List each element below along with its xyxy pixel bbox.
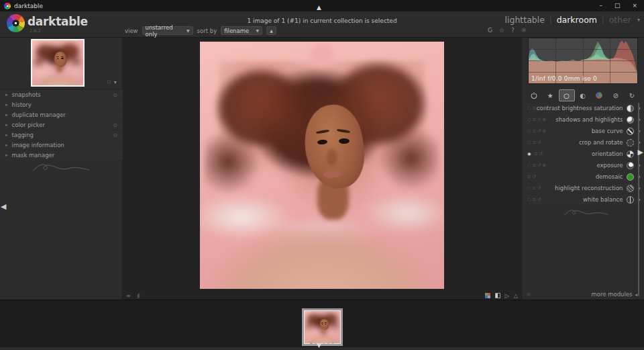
panel-picker-icon[interactable]: ⊙ bbox=[113, 132, 117, 138]
gamut-check-icon[interactable] bbox=[485, 293, 490, 298]
module-name: exposure bbox=[596, 162, 623, 169]
module-row-shadows-and-highlights[interactable]: ○≡↺⊕ shadows and highlights ◂ bbox=[523, 114, 643, 125]
base-curve-icon bbox=[627, 128, 634, 135]
crop-and-rotate-icon bbox=[627, 139, 634, 146]
section-label: duplicate manager bbox=[12, 112, 66, 118]
sidebar-section-duplicate-manager[interactable]: ▸ duplicate manager bbox=[0, 110, 123, 120]
softproof-icon[interactable] bbox=[495, 293, 500, 298]
module-mini-icons[interactable]: ○≡↺ bbox=[527, 197, 543, 202]
module-name: white balance bbox=[583, 196, 623, 203]
sort-select[interactable]: filename ▼ bbox=[221, 26, 262, 35]
module-mini-icons[interactable]: ○≡↺⊕ bbox=[527, 128, 547, 134]
left-panel-collapse-icon[interactable]: ◀ bbox=[1, 204, 6, 210]
module-row-contrast-brightness-saturation[interactable]: ○≡↺⊕ contrast brightness saturation ◂ bbox=[523, 103, 643, 114]
module-mini-icons[interactable]: ≡↺ bbox=[534, 151, 544, 157]
main-image[interactable] bbox=[200, 42, 444, 289]
left-panel-sections: ▸ snapshots ⊙ ▸ history ▸ duplicate mana… bbox=[0, 89, 123, 161]
filter-sort-bar: view unstarred only ▼ sort by filename ▼… bbox=[125, 26, 276, 35]
module-presets-gear-icon[interactable]: ☼ bbox=[526, 292, 531, 298]
orientation-icon bbox=[627, 150, 634, 158]
preferences-gear-icon[interactable]: ☼ bbox=[521, 27, 527, 34]
group-basic-icon[interactable]: ○ bbox=[559, 89, 575, 101]
view-label: view bbox=[125, 28, 138, 34]
group-tone-icon[interactable]: ◐ bbox=[575, 89, 591, 101]
section-label: tagging bbox=[12, 132, 34, 138]
tab-lighttable[interactable]: lighttable bbox=[505, 15, 545, 25]
module-enabled-icon[interactable]: ◉ bbox=[527, 151, 531, 157]
maximize-button[interactable]: □ bbox=[614, 0, 621, 11]
module-row-demosaic[interactable]: ≡↺ demosaic ◂ bbox=[523, 171, 643, 182]
highlight-reconstruction-icon bbox=[627, 185, 634, 192]
group-effect-icon[interactable]: ↻ bbox=[624, 89, 640, 101]
right-panel-scrollbar[interactable] bbox=[638, 103, 639, 296]
tab-other[interactable]: other bbox=[609, 15, 631, 25]
canvas-bottom-toolbar: ≡ § ▷ △ bbox=[123, 292, 521, 300]
navigation-thumbnail[interactable] bbox=[31, 39, 85, 87]
module-row-crop-and-rotate[interactable]: ○≡↺ crop and rotate ◂ bbox=[523, 137, 643, 148]
more-modules-button[interactable]: more modules◂ bbox=[591, 291, 637, 298]
section-label: mask manager bbox=[12, 152, 55, 159]
sidebar-section-image-information[interactable]: ▸ image information bbox=[0, 140, 123, 150]
module-list: ○≡↺⊕ contrast brightness saturation ◂ ○≡… bbox=[523, 103, 643, 206]
filmstrip[interactable]: ⊘☆☆☆☆☆ bbox=[0, 300, 644, 347]
expand-arrow-icon: ▸ bbox=[5, 122, 8, 128]
close-button[interactable]: × bbox=[632, 0, 637, 11]
module-row-exposure[interactable]: ○≡↺⊕ exposure ◂ bbox=[523, 160, 643, 171]
grouping-icon[interactable]: G bbox=[488, 27, 492, 34]
titlebar: darktable – □ × bbox=[0, 0, 644, 11]
exposure-icon bbox=[627, 162, 634, 169]
right-panel-collapse-icon[interactable]: ▶ bbox=[638, 149, 643, 155]
module-mini-icons[interactable]: ○≡↺⊕ bbox=[527, 105, 547, 111]
darkroom-canvas[interactable]: ≡ § ▷ △ bbox=[123, 38, 521, 300]
sidebar-section-color-picker[interactable]: ▸ color picker ⊙ bbox=[0, 120, 123, 130]
module-row-highlight-reconstruction[interactable]: ○≡↺ highlight reconstruction ◂ bbox=[523, 183, 643, 193]
group-favorites-icon[interactable]: ★ bbox=[542, 89, 558, 101]
module-name: demosaic bbox=[596, 173, 623, 180]
group-color-icon[interactable] bbox=[591, 89, 607, 101]
zoom-grid-icon[interactable]: ∷ bbox=[107, 79, 111, 85]
module-mini-icons[interactable]: ○≡↺ bbox=[527, 140, 543, 145]
module-mini-icons[interactable]: ≡↺ bbox=[527, 174, 537, 179]
module-mini-icons[interactable]: ○≡↺ bbox=[527, 185, 543, 191]
overexposure-warning-icon[interactable]: △ bbox=[514, 293, 518, 299]
histogram[interactable]: 1/inf f/0.0 0mm iso 0 bbox=[528, 38, 638, 84]
module-name: contrast brightness saturation bbox=[537, 105, 623, 112]
module-row-base-curve[interactable]: ○≡↺⊕ base curve ◂ bbox=[523, 126, 643, 136]
expand-arrow-icon: ▸ bbox=[5, 112, 8, 118]
minimize-button[interactable]: – bbox=[599, 0, 602, 11]
sort-direction-button[interactable]: ▲ bbox=[266, 26, 276, 35]
filmstrip-thumbnail-selected[interactable]: ⊘☆☆☆☆☆ bbox=[302, 308, 343, 346]
view-filter-select[interactable]: unstarred only ▼ bbox=[142, 26, 193, 35]
module-mini-icons[interactable]: ○≡↺⊕ bbox=[527, 163, 547, 168]
module-row-orientation[interactable]: ◉ ≡↺ orientation ◂ bbox=[523, 148, 643, 159]
tabs-caret-icon[interactable]: ▾ bbox=[637, 17, 640, 23]
group-active-modules-icon[interactable] bbox=[526, 89, 542, 101]
sort-label: sort by bbox=[197, 28, 217, 34]
section-label: snapshots bbox=[12, 91, 41, 98]
tab-darkroom[interactable]: darkroom bbox=[557, 15, 597, 25]
group-correction-icon[interactable]: ⊘ bbox=[608, 89, 624, 101]
sidebar-section-snapshots[interactable]: ▸ snapshots ⊙ bbox=[0, 90, 123, 99]
sidebar-section-history[interactable]: ▸ history bbox=[0, 100, 123, 110]
sidebar-section-mask-manager[interactable]: ▸ mask manager bbox=[0, 150, 123, 160]
module-row-white-balance[interactable]: ○≡↺ white balance ◂ bbox=[523, 194, 643, 205]
top-panel-collapse-icon[interactable]: ▲ bbox=[317, 5, 321, 11]
sidebar-section-tagging[interactable]: ▸ tagging ⊙ bbox=[0, 130, 123, 140]
demosaic-icon bbox=[627, 173, 634, 181]
help-icon[interactable]: ? bbox=[511, 27, 515, 34]
raw-overexposure-icon[interactable]: ▷ bbox=[505, 293, 509, 299]
overlays-star-icon[interactable]: ☆ bbox=[499, 27, 504, 34]
top-right-tools: G ☆ ? ☼ bbox=[488, 27, 527, 34]
guides-overlay-icon[interactable]: § bbox=[137, 293, 140, 299]
module-mini-icons[interactable]: ○≡↺⊕ bbox=[527, 117, 547, 122]
panel-picker-icon[interactable]: ⊙ bbox=[113, 92, 117, 98]
thumbnail-zoom-tools[interactable]: ∷ ▾ bbox=[107, 79, 117, 85]
expand-arrow-icon: ▸ bbox=[5, 152, 8, 158]
decorative-flourish bbox=[562, 206, 610, 220]
panel-picker-icon[interactable]: ⊙ bbox=[113, 122, 117, 128]
bottom-panel-collapse-icon[interactable]: ▼ bbox=[317, 343, 321, 349]
thumbnail-caret-icon[interactable]: ▾ bbox=[114, 79, 117, 85]
module-name: crop and rotate bbox=[579, 139, 623, 146]
module-group-tabs: ★ ○ ◐ ⊘ ↻ bbox=[526, 89, 640, 102]
presets-menu-icon[interactable]: ≡ bbox=[126, 293, 131, 299]
